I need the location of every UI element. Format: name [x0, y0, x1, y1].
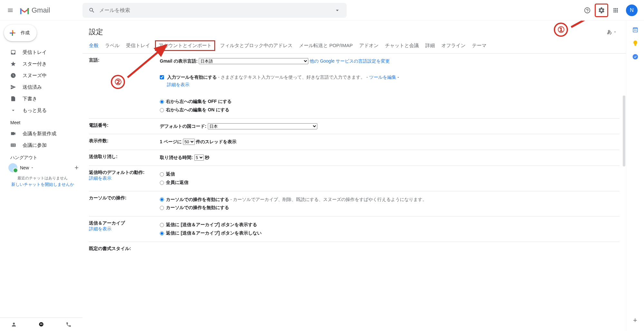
tab-theme[interactable]: テーマ — [472, 42, 486, 49]
archive-hide-radio[interactable] — [160, 231, 164, 236]
video-icon — [10, 131, 16, 136]
help-icon — [584, 7, 591, 14]
tab-filters[interactable]: フィルタとブロック中のアドレス — [220, 42, 293, 49]
gmail-text: Gmail — [32, 6, 50, 15]
clock-icon — [10, 73, 16, 78]
language-details-link[interactable]: 詳細を表示 — [167, 82, 189, 87]
archive-details-link[interactable]: 詳細を表示 — [89, 226, 111, 231]
tab-offline[interactable]: オフライン — [441, 42, 466, 49]
hangouts-username: New — [20, 165, 29, 170]
row-label-style: 既定の書式スタイル: — [89, 246, 160, 252]
tab-details[interactable]: 詳細 — [425, 42, 435, 49]
person-icon — [11, 322, 17, 327]
search-input[interactable] — [99, 7, 330, 13]
archive-show-label: 返信に [送信＆アーカイブ] ボタンを表示する — [166, 222, 257, 227]
edit-tool-link[interactable]: ツールを編集 — [369, 75, 396, 80]
input-tool-desc: - さまざまなテキスト入力ツールを使って、好きな言語で入力できます。 - — [218, 75, 369, 80]
undo-prefix: 取り消せる時間: — [160, 155, 194, 160]
tasks-addon[interactable] — [632, 54, 639, 60]
calendar-addon[interactable]: 31 — [632, 26, 639, 33]
bottom-tab-phone[interactable] — [55, 318, 82, 331]
settings-button[interactable] — [595, 4, 608, 17]
row-label-cursor: カーソルでの操作: — [89, 195, 160, 213]
apps-button[interactable] — [609, 4, 622, 17]
cursor-off-label: カーソルでの操作を無効にする — [166, 205, 229, 210]
account-avatar[interactable]: N — [626, 5, 638, 16]
pagesize-suffix: 件のスレッドを表示 — [196, 139, 236, 144]
phone-icon — [66, 322, 72, 327]
row-label-archive: 送信＆アーカイブ 詳細を表示 — [89, 220, 160, 238]
caret-down-icon — [334, 7, 341, 14]
other-services-link[interactable]: 他の Google サービスの言語設定を変更 — [310, 58, 390, 64]
pagesize-select[interactable]: 50 — [183, 139, 195, 145]
compose-label: 作成 — [21, 30, 30, 36]
cursor-on-label: カーソルでの操作を有効にする — [166, 197, 229, 202]
undo-suffix: 秒 — [205, 155, 209, 160]
row-label-undo: 送信取り消し: — [89, 154, 160, 162]
menu-button[interactable] — [3, 3, 18, 18]
country-code-label: デフォルトの国コード: — [160, 124, 207, 129]
add-contact-button[interactable]: + — [74, 164, 79, 172]
replyall-radio[interactable] — [160, 181, 164, 185]
meet-new[interactable]: 会議を新規作成 — [3, 128, 82, 139]
gmail-logo[interactable]: Gmail — [19, 6, 50, 15]
search-bar[interactable] — [82, 3, 347, 18]
hangouts-new-chat-link[interactable]: 新しいチャットを開始しませんか — [3, 182, 82, 189]
tab-chat[interactable]: チャットと会議 — [385, 42, 419, 49]
display-language-select[interactable]: 日本語 — [199, 58, 308, 64]
annotation-marker-2: ② — [111, 75, 125, 89]
caret-down-icon — [30, 166, 34, 170]
nav-snoozed[interactable]: スヌーズ中 — [3, 70, 82, 81]
hangouts-icon — [38, 322, 44, 327]
bottom-tab-contacts[interactable] — [0, 318, 27, 331]
apps-grid-icon — [612, 7, 619, 14]
pagesize-prefix: 1 ページに — [160, 139, 183, 144]
svg-point-5 — [632, 54, 638, 60]
inbox-icon — [10, 49, 16, 55]
row-label-phone: 電話番号: — [89, 123, 160, 130]
tab-forwarding[interactable]: メール転送と POP/IMAP — [299, 42, 353, 49]
svg-line-1 — [128, 45, 166, 77]
tab-general[interactable]: 全般 — [89, 42, 99, 49]
svg-text:31: 31 — [634, 29, 636, 32]
tab-labels[interactable]: ラベル — [105, 42, 120, 49]
tab-addons[interactable]: アドオン — [359, 42, 379, 49]
rtl-on-radio[interactable] — [160, 108, 164, 112]
reply-radio[interactable] — [160, 172, 164, 176]
undo-select[interactable]: 5 — [194, 155, 204, 161]
draft-icon — [10, 96, 16, 102]
hangouts-user-row[interactable]: New + — [3, 162, 82, 174]
annotation-arrow-2 — [124, 42, 173, 81]
rtl-off-label: 右から左への編集を OFF にする — [166, 99, 232, 104]
add-addon-button[interactable]: + — [633, 316, 637, 325]
cursor-on-radio[interactable] — [160, 197, 164, 202]
svg-line-0 — [571, 21, 607, 27]
settings-title: 設定 — [89, 27, 103, 37]
archive-hide-label: 返信に [送信＆アーカイブ] ボタンを表示しない — [166, 230, 262, 236]
nav-more[interactable]: もっと見る — [3, 105, 82, 116]
cursor-on-desc: - カーソルでアーカイブ、削除、既読にする、スヌーズの操作をすばやく行えるように… — [229, 197, 427, 202]
hangouts-recent-text: 最近のチャットはありません — [3, 174, 82, 182]
meet-join[interactable]: 会議に参加 — [3, 139, 82, 151]
country-code-select[interactable]: 日本 — [208, 123, 317, 129]
tasks-icon — [632, 54, 639, 60]
hangouts-section-label: ハングアウト — [3, 151, 82, 162]
cursor-off-radio[interactable] — [160, 206, 164, 210]
rtl-off-radio[interactable] — [160, 100, 164, 104]
compose-button[interactable]: 作成 — [4, 25, 37, 41]
annotation-arrow-1 — [568, 21, 613, 30]
support-button[interactable] — [581, 4, 594, 17]
keep-icon — [632, 40, 639, 46]
bottom-tab-hangouts[interactable] — [27, 318, 55, 331]
reply-details-link[interactable]: 詳細を表示 — [89, 176, 111, 181]
nav-starred[interactable]: スター付き — [3, 58, 82, 70]
input-tool-label: 入力ツールを有効にする — [167, 75, 217, 80]
keep-addon[interactable] — [632, 40, 639, 46]
archive-show-radio[interactable] — [160, 223, 164, 227]
nav-sent[interactable]: 送信済み — [3, 81, 82, 93]
caret-down-icon — [613, 30, 617, 34]
search-options-button[interactable] — [330, 7, 345, 14]
nav-drafts[interactable]: 下書き — [3, 93, 82, 105]
nav-inbox[interactable]: 受信トレイ — [3, 46, 82, 58]
scrollbar[interactable] — [623, 95, 625, 166]
